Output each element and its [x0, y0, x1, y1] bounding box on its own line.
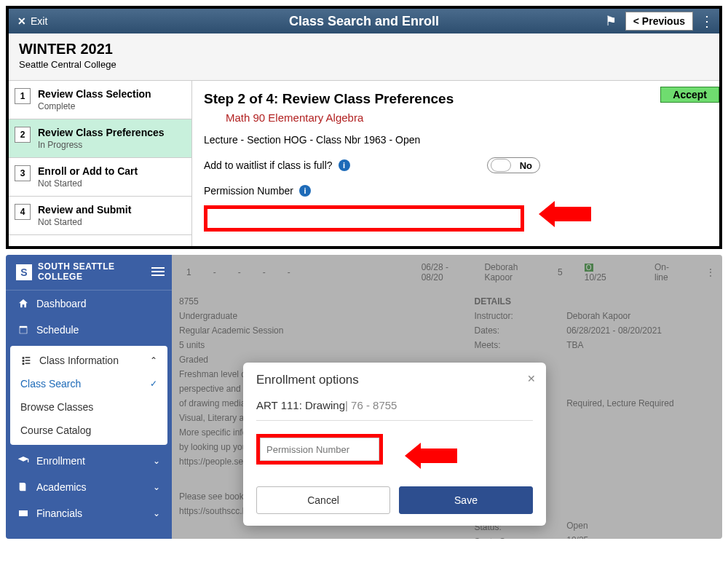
bottom-portal-window: 1 ---- 06/28 - 08/20 Deborah Kapoor 5 O …	[6, 255, 722, 539]
class-name: Math 90 Elementary Algebra	[226, 111, 708, 124]
chevron-left-icon: <	[633, 15, 639, 27]
nav-class-search[interactable]: Class Search ✓	[10, 372, 167, 395]
titlebar-right: ⚑ < Previous ⋮	[601, 12, 716, 31]
modal-buttons: Cancel Save	[256, 486, 533, 514]
nav-label: Academics	[36, 481, 86, 493]
calendar-icon	[17, 324, 29, 336]
close-icon: ✕	[17, 15, 26, 27]
course-suffix: | 76 - 8755	[345, 399, 397, 411]
previous-button[interactable]: < Previous	[625, 12, 693, 31]
step-3[interactable]: 3 Enroll or Add to Cart Not Started	[9, 158, 191, 197]
nav-label: Class Search	[20, 378, 81, 390]
save-button[interactable]: Save	[399, 486, 533, 514]
sidebar-header: S SOUTH SEATTLE COLLEGE	[6, 255, 172, 291]
cancel-button[interactable]: Cancel	[256, 486, 390, 514]
chevron-down-icon: ⌄	[153, 482, 160, 492]
step-heading: Step 2 of 4: Review Class Preferences	[204, 91, 708, 107]
modal-close-button[interactable]: ✕	[527, 373, 536, 384]
more-menu-button[interactable]: ⋮	[697, 12, 716, 30]
nav-schedule[interactable]: Schedule	[6, 317, 172, 343]
nav-label: Course Catalog	[20, 424, 91, 436]
content-row: 1 Review Class Selection Complete 2 Revi…	[9, 81, 719, 246]
nav-class-info-group: Class Information ⌃ Class Search ✓ Brows…	[10, 346, 167, 445]
annotation-arrow-icon	[405, 443, 463, 469]
step-2[interactable]: 2 Review Class Preferences In Progress	[9, 119, 191, 158]
page-title: Class Search and Enroll	[289, 14, 439, 29]
nav-financials[interactable]: Financials ⌄	[6, 500, 172, 526]
nav-dashboard[interactable]: Dashboard	[6, 291, 172, 317]
step-status: Not Started	[38, 178, 138, 189]
exit-button[interactable]: ✕ Exit	[9, 15, 56, 27]
enrollment-options-modal: ✕ Enrollment options ART 111: Drawing| 7…	[243, 363, 546, 526]
nav-enrollment[interactable]: Enrollment ⌄	[6, 448, 172, 474]
waitlist-toggle[interactable]: No	[487, 157, 540, 173]
annotation-arrow-icon	[539, 201, 591, 227]
step-title: Review Class Preferences	[38, 127, 165, 138]
toggle-label: No	[515, 160, 537, 171]
accept-button[interactable]: Accept	[660, 87, 719, 103]
permission-label: Permission Number	[204, 185, 293, 197]
step-status: Complete	[38, 101, 151, 111]
steps-column: 1 Review Class Selection Complete 2 Revi…	[9, 81, 192, 246]
nav-label: Dashboard	[36, 298, 87, 309]
sidebar: S SOUTH SEATTLE COLLEGE Dashboard Schedu…	[6, 255, 172, 539]
class-section: Lecture - Section HOG - Class Nbr 1963 -…	[204, 134, 708, 146]
nav-label: Class Information	[39, 355, 119, 366]
permission-number-input[interactable]	[260, 438, 379, 461]
check-icon: ✓	[150, 379, 157, 389]
college-name: Seattle Central College	[19, 59, 709, 70]
info-icon[interactable]: i	[299, 185, 311, 197]
waitlist-label: Add to waitlist if class is full?	[204, 159, 333, 171]
exit-label: Exit	[31, 15, 47, 27]
card-icon	[17, 507, 29, 519]
nav-label: Enrollment	[36, 455, 85, 467]
menu-toggle-button[interactable]	[151, 265, 165, 278]
step-title: Review Class Selection	[38, 88, 151, 100]
list-icon	[20, 355, 32, 366]
step-status: In Progress	[38, 140, 165, 150]
term-bar: WINTER 2021 Seattle Central College	[9, 33, 719, 81]
chevron-up-icon: ⌃	[150, 355, 157, 366]
permission-number-input[interactable]	[207, 209, 521, 228]
nav-label: Browse Classes	[20, 401, 93, 413]
step-number: 4	[15, 204, 31, 220]
modal-input-highlight	[256, 434, 383, 465]
info-icon[interactable]: i	[339, 159, 350, 171]
nav-academics[interactable]: Academics ⌄	[6, 474, 172, 500]
nav-course-catalog[interactable]: Course Catalog	[10, 419, 167, 442]
titlebar: ✕ Exit Class Search and Enroll ⚑ < Previ…	[9, 9, 719, 33]
chevron-down-icon: ⌄	[153, 508, 160, 518]
waitlist-row: Add to waitlist if class is full? i No	[204, 157, 708, 173]
flag-icon[interactable]: ⚑	[601, 13, 621, 29]
step-1[interactable]: 1 Review Class Selection Complete	[9, 81, 191, 119]
cap-icon	[17, 455, 29, 467]
step-number: 2	[15, 127, 31, 143]
previous-label: Previous	[642, 15, 685, 27]
course-prefix: ART 111: Drawing	[256, 399, 345, 411]
nav-label: Schedule	[36, 324, 79, 336]
nav-class-information[interactable]: Class Information ⌃	[10, 349, 167, 372]
step-4[interactable]: 4 Review and Submit Not Started	[9, 197, 191, 235]
college-logo-icon: S	[16, 264, 32, 280]
top-enroll-window: ✕ Exit Class Search and Enroll ⚑ < Previ…	[6, 6, 722, 249]
book-icon	[17, 481, 29, 493]
modal-course: ART 111: Drawing| 76 - 8755	[256, 399, 533, 421]
step-number: 3	[15, 165, 31, 181]
toggle-track	[491, 159, 511, 172]
nav-browse-classes[interactable]: Browse Classes	[10, 395, 167, 419]
step-title: Review and Submit	[38, 204, 131, 216]
modal-title: Enrollment options	[256, 373, 533, 387]
main-column: Accept Step 2 of 4: Review Class Prefere…	[192, 81, 719, 246]
nav-label: Financials	[36, 507, 82, 519]
permission-label-row: Permission Number i	[204, 185, 708, 197]
step-status: Not Started	[38, 217, 131, 227]
college-title: SOUTH SEATTLE COLLEGE	[38, 262, 162, 282]
term-title: WINTER 2021	[19, 41, 709, 58]
chevron-down-icon: ⌄	[153, 456, 160, 466]
step-number: 1	[15, 88, 31, 104]
step-title: Enroll or Add to Cart	[38, 165, 138, 177]
home-icon	[17, 298, 29, 309]
permission-input-highlight	[204, 205, 524, 232]
